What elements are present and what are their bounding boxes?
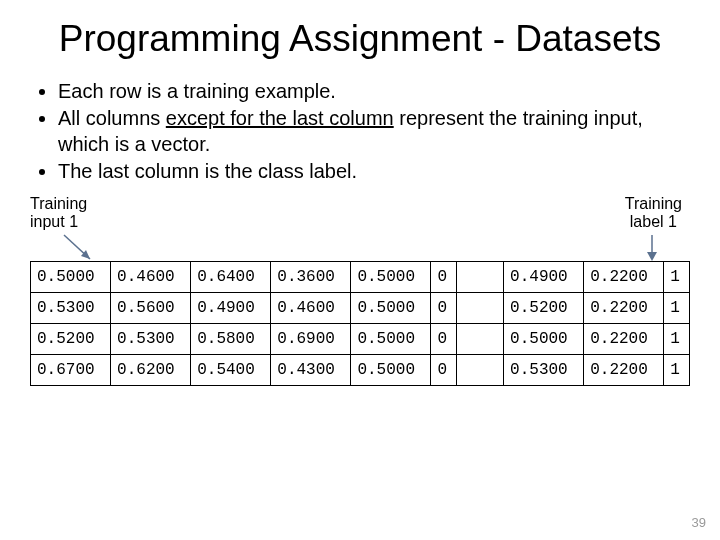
annotations: Training input 1 Training label 1 [30,195,690,261]
cell: 0 [431,354,457,385]
cell: 0.6400 [191,261,271,292]
cell: 0.6900 [271,323,351,354]
cell: 0.2200 [584,354,664,385]
table-row: 0.5200 0.5300 0.5800 0.6900 0.5000 0 0.5… [31,323,690,354]
cell: 0.5000 [351,323,431,354]
cell: 0.4600 [111,261,191,292]
cell: 0.6700 [31,354,111,385]
text: Training [30,195,87,212]
text: Training [625,195,682,212]
cell: 0.5300 [111,323,191,354]
table-row: 0.5300 0.5600 0.4900 0.4600 0.5000 0 0.5… [31,292,690,323]
anno-training-input-1: Training input 1 [30,195,87,232]
cell-ellipsis [457,261,504,292]
cell-ellipsis [457,354,504,385]
svg-marker-3 [647,252,657,261]
table-row: 0.5000 0.4600 0.6400 0.3600 0.5000 0 0.4… [31,261,690,292]
cell: 0.4900 [191,292,271,323]
bullet-list: Each row is a training example. All colu… [36,79,690,185]
cell: 0.5200 [504,292,584,323]
table-row: 0.6700 0.6200 0.5400 0.4300 0.5000 0 0.5… [31,354,690,385]
cell: 0 [431,261,457,292]
text-underline: except for the last column [166,107,394,129]
slide: Programming Assignment - Datasets Each r… [0,0,720,540]
cell: 0.6200 [111,354,191,385]
data-table: 0.5000 0.4600 0.6400 0.3600 0.5000 0 0.4… [30,261,690,386]
cell-ellipsis [457,292,504,323]
cell: 0.5300 [504,354,584,385]
arrow-icon [640,233,670,267]
table-body: 0.5000 0.4600 0.6400 0.3600 0.5000 0 0.4… [31,261,690,385]
slide-number: 39 [692,515,706,530]
cell: 0.5000 [351,354,431,385]
cell: 0.5300 [31,292,111,323]
page-title: Programming Assignment - Datasets [30,18,690,61]
cell: 0.4300 [271,354,351,385]
cell: 0.5200 [31,323,111,354]
text: input 1 [30,213,78,230]
arrow-icon [60,233,100,267]
bullet-item: The last column is the class label. [58,159,690,185]
cell: 0.5400 [191,354,271,385]
cell: 0.5800 [191,323,271,354]
cell: 0.5000 [504,323,584,354]
cell: 0.4600 [271,292,351,323]
bullet-item: Each row is a training example. [58,79,690,105]
cell: 0.5000 [351,261,431,292]
text: label 1 [630,213,677,230]
cell: 0 [431,292,457,323]
cell: 0.3600 [271,261,351,292]
cell-ellipsis [457,323,504,354]
cell-label: 1 [664,292,690,323]
cell: 0.2200 [584,323,664,354]
cell-label: 1 [664,323,690,354]
bullet-item: All columns except for the last column r… [58,106,690,157]
cell: 0 [431,323,457,354]
cell: 0.2200 [584,292,664,323]
cell: 0.5000 [351,292,431,323]
anno-training-label-1: Training label 1 [625,195,682,232]
cell-label: 1 [664,354,690,385]
cell: 0.4900 [504,261,584,292]
cell: 0.5600 [111,292,191,323]
text: All columns [58,107,166,129]
